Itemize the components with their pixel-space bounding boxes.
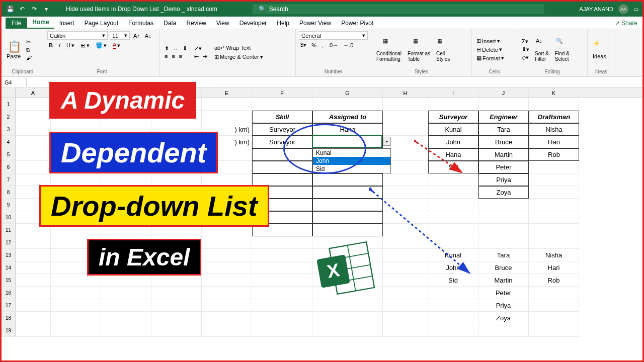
tab-help[interactable]: Help [272, 18, 294, 29]
table2-cell[interactable] [428, 173, 478, 186]
dropdown-handle[interactable]: ▾ [383, 137, 391, 146]
table2-cell[interactable]: Hari [529, 136, 579, 148]
format-cells-button[interactable]: ▦ Format ▾ [475, 54, 506, 62]
orientation-button[interactable]: ⤢▾ [193, 45, 209, 52]
decrease-font-button[interactable]: A↓ [143, 31, 153, 40]
align-top-button[interactable]: ⬆ [163, 45, 171, 52]
font-name-dropdown[interactable]: Calibri▾ [47, 31, 108, 40]
share-button[interactable]: ↗ Share [610, 18, 642, 29]
select-all-corner[interactable] [2, 88, 16, 98]
tab-review[interactable]: Review [181, 18, 211, 29]
table2-cell[interactable]: Priya [478, 173, 529, 186]
redo-icon[interactable]: ↷ [30, 5, 39, 14]
row-header-10[interactable]: 10 [2, 211, 16, 224]
italic-button[interactable]: I [57, 42, 62, 49]
table3-cell[interactable]: Sid [428, 274, 478, 287]
row-header-2[interactable]: 2 [2, 111, 16, 123]
table3-cell[interactable] [529, 299, 579, 312]
tab-file[interactable]: File [6, 18, 27, 29]
name-box[interactable]: G4 [2, 78, 27, 86]
align-center-button[interactable]: ≡ [170, 53, 176, 60]
currency-button[interactable]: $▾ [299, 41, 308, 49]
tab-developer[interactable]: Developer [234, 18, 272, 29]
increase-decimal-button[interactable]: .0→ [327, 41, 340, 49]
cell-styles-button[interactable]: ▦Cell Styles [434, 37, 452, 63]
cut-button[interactable]: ✂ [25, 38, 33, 46]
format-painter-button[interactable]: 🖌 [25, 54, 33, 61]
table2-header-2[interactable]: Draftsman [529, 111, 579, 123]
align-bottom-button[interactable]: ⬇ [181, 45, 189, 52]
row-header-8[interactable]: 8 [2, 186, 16, 199]
user-avatar[interactable]: AA [618, 4, 628, 14]
row-header-7[interactable]: 7 [2, 173, 16, 186]
cell[interactable] [312, 211, 383, 224]
col-header-A[interactable]: A [16, 88, 51, 98]
table3-cell[interactable]: Zoya [478, 312, 529, 324]
increase-font-button[interactable]: A↑ [132, 31, 141, 40]
cell[interactable] [312, 186, 383, 199]
row-header-9[interactable]: 9 [2, 199, 16, 211]
autosum-button[interactable]: Σ▾ [520, 38, 531, 45]
cell[interactable] [252, 161, 312, 173]
tab-formulas[interactable]: Formulas [123, 18, 158, 29]
cell[interactable] [312, 173, 383, 186]
col-header-J[interactable]: J [478, 88, 529, 98]
col-header-G[interactable]: G [312, 88, 383, 98]
cell[interactable] [252, 173, 312, 186]
table2-cell[interactable]: Zoya [478, 186, 529, 199]
row-header-12[interactable]: 12 [2, 236, 16, 249]
copy-button[interactable]: ⧉ [25, 46, 33, 54]
table2-cell[interactable]: Kunal [428, 123, 478, 136]
align-left-button[interactable]: ≡ [163, 53, 169, 60]
dropdown-list[interactable]: KunalJohnSid [312, 148, 391, 173]
table3-cell[interactable]: Rob [529, 274, 579, 287]
table2-cell[interactable]: Martin [478, 148, 529, 161]
row-header-3[interactable]: 3 [2, 123, 16, 136]
delete-cells-button[interactable]: ⊟ Delete ▾ [475, 46, 506, 53]
table2-cell[interactable]: Sid [428, 161, 478, 173]
paste-button[interactable]: 📋 Paste [5, 39, 23, 60]
sort-filter-button[interactable]: A↓Sort & Filter [533, 37, 551, 63]
table2-cell[interactable] [529, 186, 579, 199]
row-header-4[interactable]: 4 [2, 136, 16, 148]
col-header-F[interactable]: F [252, 88, 312, 98]
cell-assigned-header[interactable]: Assigned to [312, 111, 383, 123]
col-header-H[interactable]: H [383, 88, 428, 98]
undo-icon[interactable]: ↶ [18, 5, 27, 14]
table3-cell[interactable] [428, 287, 478, 299]
bold-button[interactable]: B [47, 42, 54, 49]
table2-cell[interactable]: John [428, 136, 478, 148]
table3-cell[interactable]: Bruce [478, 261, 529, 274]
table2-cell[interactable]: Bruce [478, 136, 529, 148]
table2-cell[interactable] [529, 173, 579, 186]
table3-cell[interactable]: Nisha [529, 249, 579, 261]
table3-cell[interactable]: Peter [478, 287, 529, 299]
clear-button[interactable]: ◇▾ [520, 54, 531, 61]
dropdown-item[interactable]: John [313, 157, 390, 165]
tab-page-layout[interactable]: Page Layout [79, 18, 123, 29]
table3-cell[interactable]: John [428, 261, 478, 274]
tab-insert[interactable]: Insert [54, 18, 79, 29]
increase-indent-button[interactable]: ⇥ [201, 53, 209, 60]
insert-cells-button[interactable]: ⊞ Insert ▾ [475, 37, 506, 45]
table3-cell[interactable]: Hari [529, 261, 579, 274]
conditional-formatting-button[interactable]: ▦Conditional Formatting [374, 37, 404, 63]
tab-power-view[interactable]: Power View [294, 18, 336, 29]
cell[interactable] [252, 148, 312, 161]
col-header-I[interactable]: I [428, 88, 478, 98]
ribbon-display-icon[interactable]: ▭ [633, 6, 638, 13]
cell-F4[interactable]: Surveyor [252, 136, 312, 148]
col-header-K[interactable]: K [529, 88, 579, 98]
table3-cell[interactable]: Priya [478, 299, 529, 312]
table2-cell[interactable]: Nisha [529, 123, 579, 136]
row-header-17[interactable]: 17 [2, 299, 16, 312]
font-color-button[interactable]: A▾ [111, 41, 122, 49]
align-middle-button[interactable]: ↔ [172, 45, 180, 52]
table3-cell[interactable] [529, 287, 579, 299]
table2-cell[interactable]: Tara [478, 123, 529, 136]
font-size-dropdown[interactable]: 11▾ [110, 31, 130, 40]
row-header-6[interactable]: 6 [2, 161, 16, 173]
dropdown-item[interactable]: Kunal [313, 149, 390, 157]
align-right-button[interactable]: ≡ [178, 53, 184, 60]
col-header-E[interactable]: E [202, 88, 252, 98]
